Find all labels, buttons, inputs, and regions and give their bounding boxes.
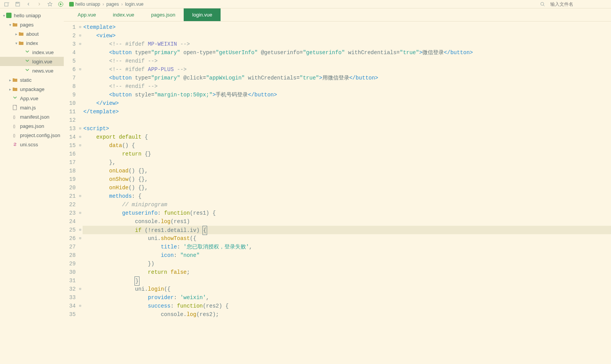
code-line[interactable]: </view> [83, 99, 611, 108]
nav-forward-icon[interactable]: › [34, 0, 45, 8]
fold-toggle[interactable]: ⊟ [78, 209, 83, 217]
tree-item-label: index.vue [32, 50, 54, 55]
code-line[interactable]: onHide() {}, [83, 184, 611, 192]
fold-toggle[interactable]: ⊟ [78, 192, 83, 200]
code-line[interactable]: onShow() {}, [83, 175, 611, 184]
tree-folder[interactable]: ▸unpackage [0, 84, 64, 94]
code-editor[interactable]: <template> <view> <!-- #ifdef MP-WEIXIN … [83, 22, 611, 364]
fold-toggle[interactable]: ⊟ [78, 23, 83, 31]
svg-rect-0 [5, 3, 8, 6]
code-line[interactable]: title: '您已取消授权，登录失败', [83, 243, 611, 251]
code-line[interactable]: <button type="primary" @click="appWxLogi… [83, 74, 611, 82]
tab[interactable]: App.vue [69, 8, 105, 21]
tree-item-label: main.js [20, 105, 36, 111]
tree-root[interactable]: ▾ hello uniapp [0, 11, 64, 20]
breadcrumb-file[interactable]: login.vue [125, 2, 143, 7]
tree-item-label: pages.json [20, 123, 44, 129]
code-line[interactable]: icon: "none" [83, 251, 611, 260]
chevron-down-icon: ▾ [14, 41, 18, 45]
star-icon[interactable] [45, 0, 55, 8]
search-icon[interactable] [537, 0, 548, 8]
fold-toggle[interactable]: ⊟ [78, 133, 83, 141]
run-icon[interactable] [55, 0, 66, 8]
svg-line-6 [543, 5, 545, 6]
fold-toggle[interactable]: ⊟ [78, 234, 83, 243]
breadcrumb-file-label: login.vue [125, 2, 143, 7]
tree-folder[interactable]: ▾index [0, 38, 64, 48]
fold-toggle[interactable]: ⊟ [78, 141, 83, 150]
code-line[interactable]: }, [83, 158, 611, 167]
breadcrumb-project[interactable]: hello uniapp [69, 2, 100, 7]
code-line[interactable]: if (!res1.detail.iv) { [83, 226, 611, 234]
code-line[interactable]: // miniprogram [83, 200, 611, 209]
fold-toggle[interactable]: ⊟ [78, 65, 83, 74]
tree-item-label: news.vue [32, 68, 53, 74]
tree-file[interactable]: {}manifest.json [0, 112, 64, 121]
code-line[interactable]: <template> [83, 23, 611, 31]
tree-folder[interactable]: ▸static [0, 75, 64, 84]
code-line[interactable]: <!-- #ifdef MP-WEIXIN --> [83, 40, 611, 48]
code-line[interactable]: <button style="margin-top:50px;">手机号码登录<… [83, 91, 611, 99]
code-line[interactable]: <view> [83, 31, 611, 40]
chevron-right-icon: ▸ [8, 78, 12, 82]
tree-item-label: manifest.json [20, 114, 50, 120]
code-line[interactable]: data() { [83, 141, 611, 150]
tree-file[interactable]: login.vue [0, 57, 64, 66]
tree-file[interactable]: uni.scss [0, 140, 64, 149]
code-line[interactable]: <!-- #ifdef APP-PLUS --> [83, 65, 611, 74]
new-window-icon[interactable] [2, 0, 12, 8]
code-line[interactable]: methods: { [83, 192, 611, 200]
tree-file[interactable]: index.vue [0, 48, 64, 57]
tree-item-label: static [20, 77, 32, 83]
fold-toggle[interactable]: ⊟ [78, 124, 83, 133]
code-line[interactable]: return false; [83, 268, 611, 276]
code-line[interactable]: </template> [83, 108, 611, 116]
tree-item-label: index [26, 40, 38, 46]
breadcrumb-folder[interactable]: pages [106, 2, 119, 7]
fold-toggle[interactable]: ⊟ [78, 302, 83, 310]
svg-rect-4 [69, 2, 74, 7]
tree-item-label: pages [20, 22, 33, 28]
chevron-right-icon: ▸ [14, 32, 18, 36]
nav-back-icon[interactable]: ‹ [23, 0, 34, 8]
breadcrumb-folder-label: pages [106, 2, 119, 7]
code-line[interactable]: uni.login({ [83, 285, 611, 293]
code-line[interactable]: } [83, 276, 611, 285]
code-line[interactable]: console.log(res1) [83, 217, 611, 226]
code-line[interactable]: success: function(res2) { [83, 302, 611, 310]
code-line[interactable]: }) [83, 260, 611, 268]
code-line[interactable]: <!-- #endif --> [83, 82, 611, 91]
save-icon[interactable] [12, 0, 23, 8]
code-line[interactable]: console.log(res2); [83, 310, 611, 319]
tab[interactable]: index.vue [105, 8, 143, 21]
tab[interactable]: pages.json [143, 8, 184, 21]
tab-bar: App.vueindex.vuepages.jsonlogin.vue [64, 8, 611, 22]
tab[interactable]: login.vue [184, 8, 221, 21]
code-line[interactable]: <button type="primary" open-type="getUse… [83, 48, 611, 57]
code-line[interactable]: return {} [83, 150, 611, 158]
tree-folder[interactable]: ▸about [0, 29, 64, 38]
code-line[interactable]: onLoad() {}, [83, 167, 611, 175]
code-line[interactable]: getuserinfo: function(res1) { [83, 209, 611, 217]
code-line[interactable]: <script> [83, 124, 611, 133]
code-line[interactable]: <!-- #endif --> [83, 57, 611, 65]
chevron-down-icon: ▾ [2, 13, 6, 18]
tree-folder[interactable]: ▾pages [0, 20, 64, 29]
code-line[interactable]: uni.showToast({ [83, 234, 611, 243]
fold-toggle[interactable]: ⊟ [78, 285, 83, 293]
code-line[interactable]: export default { [83, 133, 611, 141]
svg-rect-7 [6, 13, 12, 18]
tree-file[interactable]: {}project.config.json [0, 131, 64, 140]
tree-file[interactable]: news.vue [0, 66, 64, 75]
file-search-input[interactable] [548, 1, 609, 8]
fold-toggle[interactable]: ⊟ [78, 40, 83, 48]
fold-column: ⊟⊟⊟⊟⊟⊟⊟⊟⊟⊟⊟⊟⊟ [78, 22, 83, 364]
tree-file[interactable]: main.js [0, 103, 64, 112]
fold-toggle[interactable]: ⊟ [78, 226, 83, 234]
code-line[interactable] [83, 116, 611, 124]
fold-toggle[interactable]: ⊟ [78, 31, 83, 40]
tree-file[interactable]: {}pages.json [0, 121, 64, 131]
tree-root-label: hello uniapp [14, 13, 41, 18]
code-line[interactable]: provider: 'weixin', [83, 293, 611, 302]
tree-file[interactable]: App.vue [0, 94, 64, 103]
